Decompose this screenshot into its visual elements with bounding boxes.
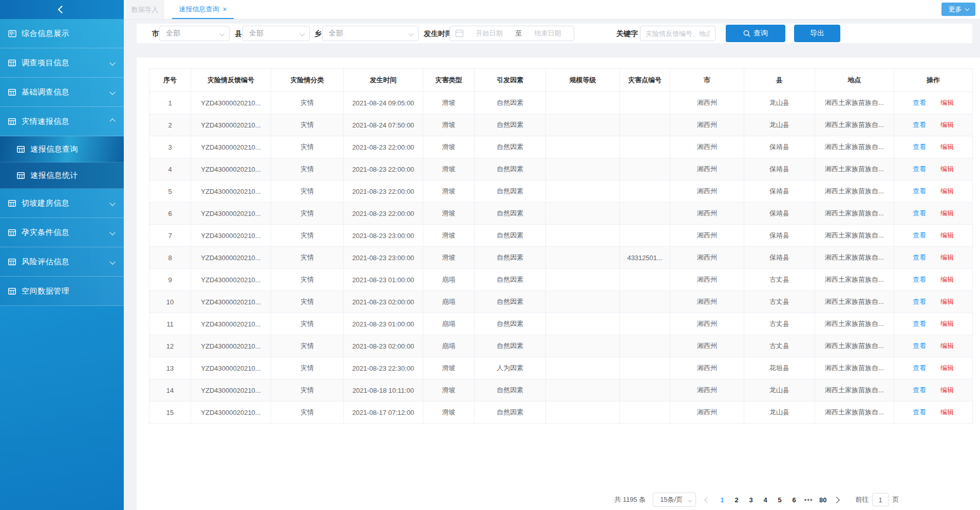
more-button[interactable]: 更多 bbox=[941, 3, 975, 16]
view-link[interactable]: 查看 bbox=[913, 342, 926, 350]
sidebar-item-survey-project-info[interactable]: 调查项目信息 bbox=[0, 48, 124, 78]
next-page-button[interactable] bbox=[833, 497, 840, 503]
view-link[interactable]: 查看 bbox=[913, 320, 926, 327]
page-size-select[interactable]: 15条/页 bbox=[653, 493, 696, 507]
sidebar-item-hazard-condition-info[interactable]: 孕灾条件信息 bbox=[0, 218, 124, 247]
table-cell: 灾情 bbox=[271, 291, 344, 313]
page-number-1[interactable]: 1 bbox=[716, 496, 728, 504]
column-header: 灾险情反馈编号 bbox=[191, 69, 271, 92]
view-link[interactable]: 查看 bbox=[913, 143, 926, 151]
edit-link[interactable]: 编辑 bbox=[940, 231, 954, 239]
edit-link[interactable]: 编辑 bbox=[940, 143, 954, 151]
edit-link[interactable]: 编辑 bbox=[940, 209, 954, 217]
view-link[interactable]: 查看 bbox=[913, 298, 926, 305]
view-link[interactable]: 查看 bbox=[913, 253, 926, 261]
edit-link[interactable]: 编辑 bbox=[940, 121, 954, 129]
page-number-5[interactable]: 5 bbox=[774, 496, 786, 504]
view-link[interactable]: 查看 bbox=[913, 408, 926, 416]
chevron-down-icon bbox=[220, 31, 225, 37]
table-cell bbox=[620, 158, 670, 180]
total-count: 共 1195 条 bbox=[614, 495, 646, 504]
date-range-picker[interactable]: 开始日期 至 结束日期 bbox=[449, 26, 574, 41]
table-cell: 自然因素 bbox=[475, 291, 546, 313]
view-link[interactable]: 查看 bbox=[913, 99, 926, 106]
table-cell: 2021-08-24 07:50:00 bbox=[344, 114, 423, 136]
edit-link[interactable]: 编辑 bbox=[940, 408, 954, 416]
prev-page-button[interactable] bbox=[704, 497, 711, 503]
edit-link[interactable]: 编辑 bbox=[940, 187, 954, 195]
table-cell: 灾情 bbox=[271, 313, 344, 335]
sidebar-item-label: 切坡建房信息 bbox=[22, 198, 69, 208]
table-cell: 7 bbox=[149, 225, 191, 247]
table-cell: 13 bbox=[149, 357, 191, 379]
table-cell: 2021-08-23 22:00:00 bbox=[344, 158, 423, 180]
page-number-6[interactable]: 6 bbox=[788, 496, 800, 504]
edit-link[interactable]: 编辑 bbox=[940, 253, 954, 261]
tab-data-import[interactable]: 数据导入 bbox=[125, 0, 164, 19]
close-icon[interactable]: × bbox=[222, 6, 227, 13]
search-button[interactable]: 查询 bbox=[726, 25, 785, 42]
sidebar-collapse-button[interactable] bbox=[0, 0, 124, 19]
goto-page-input[interactable] bbox=[872, 493, 889, 506]
time-filter-label: 发生时间 bbox=[424, 24, 453, 43]
sidebar-item-risk-assessment-info[interactable]: 风险评估信息 bbox=[0, 247, 124, 277]
table-cell: 灾情 bbox=[271, 335, 344, 357]
edit-link[interactable]: 编辑 bbox=[940, 320, 954, 327]
edit-link[interactable]: 编辑 bbox=[940, 386, 954, 394]
table-cell: 自然因素 bbox=[475, 92, 546, 114]
view-link[interactable]: 查看 bbox=[913, 386, 926, 394]
edit-link[interactable]: 编辑 bbox=[940, 298, 954, 305]
table-cell: 湘西土家族苗族自... bbox=[815, 136, 894, 158]
actions-cell: 查看编辑 bbox=[894, 379, 973, 402]
sidebar-item-overview-display[interactable]: 综合信息展示 bbox=[0, 19, 124, 48]
view-link[interactable]: 查看 bbox=[913, 209, 926, 217]
sidebar-item-quickreport-query[interactable]: 速报信息查询 bbox=[0, 136, 124, 162]
sidebar-item-quickreport-stats[interactable]: 速报信息统计 bbox=[0, 162, 124, 189]
view-link[interactable]: 查看 bbox=[913, 231, 926, 239]
table-row: 11YZD43000020210...灾情2021-08-23 01:00:00… bbox=[149, 313, 973, 335]
edit-link[interactable]: 编辑 bbox=[940, 364, 954, 372]
table-cell: 湘西土家族苗族自... bbox=[815, 269, 894, 291]
export-button[interactable]: 导出 bbox=[794, 25, 840, 42]
view-link[interactable]: 查看 bbox=[913, 121, 926, 129]
county-filter-label: 县 bbox=[235, 24, 242, 43]
table-cell: 自然因素 bbox=[475, 269, 546, 291]
city-select[interactable]: 全部 bbox=[159, 26, 230, 41]
table-cell bbox=[546, 357, 620, 379]
keyword-input[interactable] bbox=[640, 26, 715, 41]
table-cell bbox=[620, 291, 670, 313]
edit-link[interactable]: 编辑 bbox=[940, 276, 954, 283]
search-button-label: 查询 bbox=[753, 29, 768, 38]
more-pages-button[interactable]: ••• bbox=[802, 496, 815, 504]
view-link[interactable]: 查看 bbox=[913, 187, 926, 195]
county-select[interactable]: 全部 bbox=[242, 26, 310, 41]
sidebar-item-basic-survey-info[interactable]: 基础调查信息 bbox=[0, 78, 124, 107]
sidebar-item-disaster-quickreport-info[interactable]: 灾情速报信息 bbox=[0, 107, 124, 136]
sidebar-item-slope-housing-info[interactable]: 切坡建房信息 bbox=[0, 189, 124, 218]
table-icon bbox=[8, 288, 16, 295]
table-row: 1YZD43000020210...灾情2021-08-24 09:05:00滑… bbox=[149, 92, 973, 114]
column-header: 灾害类型 bbox=[423, 69, 475, 92]
page-number-4[interactable]: 4 bbox=[759, 496, 771, 504]
sidebar-item-spatial-data-mgmt[interactable]: 空间数据管理 bbox=[0, 277, 124, 306]
table-cell bbox=[620, 269, 670, 291]
page-number-80[interactable]: 80 bbox=[817, 496, 829, 504]
view-link[interactable]: 查看 bbox=[913, 364, 926, 372]
tab-label: 速报信息查询 bbox=[179, 5, 219, 14]
table-cell: 自然因素 bbox=[475, 136, 546, 158]
township-select[interactable]: 全部 bbox=[322, 26, 419, 41]
tab-report-query[interactable]: 速报信息查询 × bbox=[172, 0, 234, 19]
page-number-2[interactable]: 2 bbox=[730, 496, 743, 504]
edit-link[interactable]: 编辑 bbox=[940, 342, 954, 350]
table-cell: 滑坡 bbox=[423, 402, 475, 424]
table-cell bbox=[546, 114, 620, 136]
table-icon bbox=[8, 200, 16, 207]
edit-link[interactable]: 编辑 bbox=[940, 165, 954, 173]
actions-cell: 查看编辑 bbox=[894, 180, 973, 203]
edit-link[interactable]: 编辑 bbox=[940, 99, 954, 106]
view-link[interactable]: 查看 bbox=[913, 165, 926, 173]
view-link[interactable]: 查看 bbox=[913, 276, 926, 283]
table-cell: 湘西州 bbox=[670, 114, 744, 136]
table-row: 6YZD43000020210...灾情2021-08-23 22:00:00滑… bbox=[149, 203, 973, 225]
page-number-3[interactable]: 3 bbox=[745, 496, 757, 504]
